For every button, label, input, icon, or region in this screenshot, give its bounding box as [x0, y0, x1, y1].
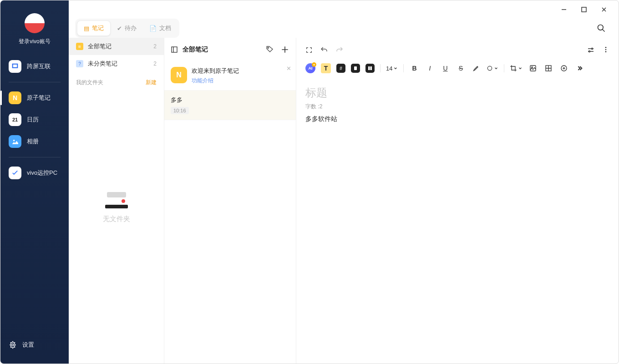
note-tab-icon: ▤: [84, 25, 89, 32]
photo-icon: [9, 135, 21, 148]
note-title: 欢迎来到原子笔记: [192, 67, 239, 75]
note-icon: N: [9, 91, 21, 104]
gear-icon: [9, 341, 17, 349]
svg-point-8: [605, 47, 607, 48]
folder-all-notes[interactable]: ≡ 全部笔记 2: [69, 38, 164, 55]
sidebar-item-label: 日历: [27, 116, 39, 124]
section-label: 我的文件夹: [76, 79, 103, 86]
tab-label: 待办: [125, 24, 137, 32]
ai-icon[interactable]: AI: [305, 63, 315, 73]
minimize-button[interactable]: [555, 2, 573, 17]
new-folder-button[interactable]: 新建: [146, 79, 157, 86]
highlight-icon[interactable]: [471, 63, 481, 73]
title-input[interactable]: 标题: [305, 80, 609, 103]
settings-label: 设置: [22, 341, 34, 349]
tab-notes[interactable]: ▤ 笔记: [77, 20, 111, 36]
link-icon: [9, 60, 21, 73]
svg-point-14: [488, 66, 492, 70]
sidebar-item-remote[interactable]: vivo远控PC: [0, 162, 69, 184]
italic-icon[interactable]: I: [425, 63, 435, 73]
app-sidebar: 登录vivo账号 跨屏互联 N 原子笔记 21 日历 相册: [0, 0, 69, 364]
svg-rect-2: [582, 7, 586, 12]
note-list-title: 全部笔记: [183, 46, 208, 54]
tab-label: 笔记: [92, 24, 104, 32]
tab-todo[interactable]: ✔ 待办: [111, 20, 143, 36]
folder-label: 未分类笔记: [88, 60, 117, 68]
folder-label: 全部笔记: [88, 42, 112, 51]
sidebar-item-photos[interactable]: 相册: [0, 131, 69, 152]
sidebar-item-calendar[interactable]: 21 日历: [0, 109, 69, 131]
undo-icon[interactable]: [320, 46, 328, 54]
more-tools-icon[interactable]: [574, 63, 584, 73]
tab-docs[interactable]: 📄 文档: [143, 20, 178, 36]
layout-toggle-icon[interactable]: [171, 46, 178, 53]
close-icon[interactable]: ✕: [286, 65, 291, 72]
font-size-picker[interactable]: 14: [386, 65, 398, 72]
login-label[interactable]: 登录vivo账号: [0, 38, 69, 46]
calendar-icon: 21: [9, 113, 21, 126]
svg-rect-13: [370, 66, 372, 70]
note-list-header: 全部笔记: [164, 38, 296, 61]
note-subtitle[interactable]: 功能介绍: [192, 77, 239, 85]
bold-icon[interactable]: B: [409, 63, 419, 73]
search-button[interactable]: [594, 21, 609, 35]
folder-icon: ≡: [76, 43, 83, 50]
sidebar-item-label: vivo远控PC: [27, 169, 57, 177]
editor-toolbar: AI T # 14 B I: [305, 60, 609, 80]
divider: [9, 157, 61, 157]
column-icon[interactable]: [365, 64, 375, 73]
settings-sliders-icon[interactable]: [587, 46, 595, 54]
sidebar-settings[interactable]: 设置: [0, 335, 69, 354]
redo-icon[interactable]: [335, 46, 344, 54]
word-count: 字数 :2: [305, 103, 609, 115]
folder-count: 2: [153, 43, 157, 50]
tab-label: 文档: [159, 24, 171, 32]
folder-panel: ≡ 全部笔记 2 ? 未分类笔记 2 我的文件夹 新建 无文件夹: [69, 38, 164, 364]
svg-point-3: [598, 25, 604, 30]
table-icon[interactable]: [543, 63, 553, 73]
svg-point-6: [592, 48, 593, 50]
doc-tab-icon: 📄: [149, 25, 157, 32]
sidebar-item-label: 原子笔记: [27, 94, 51, 102]
svg-point-16: [532, 67, 533, 68]
crop-icon[interactable]: [510, 65, 523, 72]
todo-tab-icon: ✔: [117, 25, 122, 32]
note-time: 10:16: [171, 107, 189, 114]
svg-point-7: [589, 51, 590, 52]
strike-icon[interactable]: S: [456, 63, 466, 73]
folder-uncategorized[interactable]: ? 未分类笔记 2: [69, 55, 164, 72]
note-list-panel: 全部笔记 ✕ N 欢迎来到原子笔记: [164, 38, 296, 364]
maximize-button[interactable]: [575, 2, 593, 17]
note-thumb-icon: N: [171, 67, 187, 83]
fullscreen-icon[interactable]: [305, 46, 313, 54]
avatar[interactable]: [25, 13, 45, 33]
note-card-welcome[interactable]: ✕ N 欢迎来到原子笔记 功能介绍: [164, 61, 296, 91]
sidebar-item-notes[interactable]: N 原子笔记: [0, 87, 69, 109]
my-folders-header: 我的文件夹 新建: [69, 72, 164, 90]
text-style-icon[interactable]: T: [321, 63, 331, 73]
svg-rect-12: [368, 66, 370, 70]
svg-point-10: [605, 51, 607, 52]
underline-icon[interactable]: U: [440, 63, 450, 73]
more-icon[interactable]: [602, 46, 609, 54]
folder-count: 2: [153, 61, 157, 67]
close-button[interactable]: [595, 2, 613, 17]
empty-icon: [105, 190, 128, 208]
empty-label: 无文件夹: [69, 215, 164, 223]
svg-point-9: [605, 49, 607, 51]
remote-icon: [9, 167, 21, 179]
image-icon[interactable]: [528, 63, 538, 73]
add-circle-icon[interactable]: [559, 63, 569, 73]
empty-folders: 无文件夹: [69, 190, 164, 223]
divider: [9, 82, 61, 82]
tag-icon[interactable]: [266, 45, 274, 54]
editor-panel: AI T # 14 B I: [296, 38, 619, 364]
editor-body[interactable]: 多多软件站: [305, 115, 609, 123]
sidebar-item-crossscreen[interactable]: 跨屏互联: [0, 56, 69, 77]
clipboard-icon[interactable]: [351, 64, 360, 73]
add-note-button[interactable]: [280, 45, 289, 54]
circle-picker[interactable]: [487, 65, 498, 71]
note-card-duoduo[interactable]: 多多 10:16: [164, 91, 296, 120]
heading-icon[interactable]: #: [336, 64, 345, 73]
svg-rect-11: [354, 66, 357, 70]
